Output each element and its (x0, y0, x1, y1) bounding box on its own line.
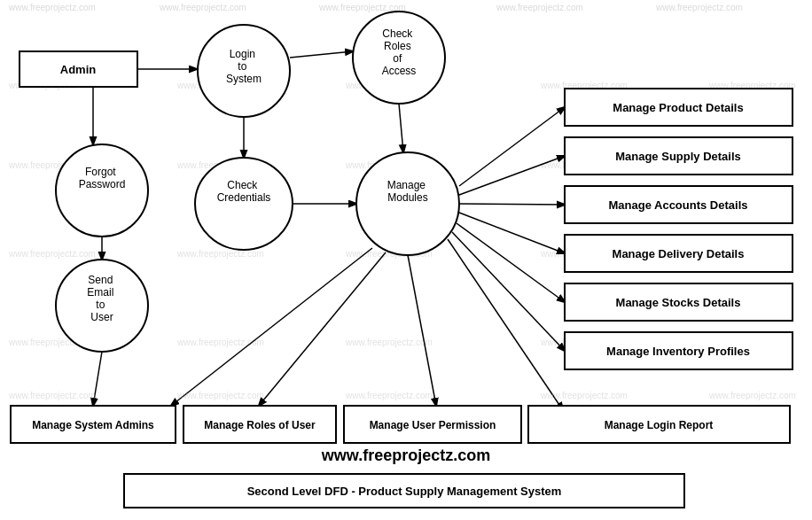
manage-system-admins-label: Manage System Admins (32, 419, 154, 431)
svg-text:www.freeprojectz.com: www.freeprojectz.com (159, 3, 246, 12)
admin-label: Admin (60, 63, 97, 76)
manage-login-report-label: Manage Login Report (605, 419, 714, 431)
svg-text:www.freeprojectz.com: www.freeprojectz.com (176, 391, 264, 400)
manage-stocks-label: Manage Stocks Details (616, 296, 741, 309)
manage-user-perm-label: Manage User Permission (370, 419, 496, 431)
svg-text:www.freeprojectz.com: www.freeprojectz.com (708, 391, 796, 400)
manage-supply-label: Manage Supply Details (615, 150, 741, 163)
svg-text:www.freeprojectz.com: www.freeprojectz.com (655, 3, 743, 12)
manage-product-label: Manage Product Details (613, 101, 743, 114)
svg-text:www.freeprojectz.com: www.freeprojectz.com (345, 391, 433, 400)
manage-roles-label: Manage Roles of User (204, 419, 316, 431)
svg-text:www.freeprojectz.com: www.freeprojectz.com (176, 249, 264, 259)
svg-text:www.freeprojectz.com: www.freeprojectz.com (8, 249, 96, 259)
footer-title: Second Level DFD - Product Supply Manage… (247, 485, 562, 498)
manage-modules-label: Manage Modules (387, 179, 429, 204)
svg-text:www.freeprojectz.com: www.freeprojectz.com (318, 3, 406, 12)
manage-accounts-label: Manage Accounts Details (608, 198, 747, 212)
svg-line-37 (459, 204, 565, 205)
svg-text:www.freeprojectz.com: www.freeprojectz.com (496, 3, 583, 12)
diagram-container: www.freeprojectz.com www.freeprojectz.co… (0, 0, 812, 520)
svg-text:www.freeprojectz.com: www.freeprojectz.com (345, 338, 433, 347)
manage-modules-node (356, 152, 459, 255)
svg-text:www.freeprojectz.com: www.freeprojectz.com (8, 3, 96, 12)
check-credentials-node (195, 158, 293, 250)
svg-text:www.freeprojectz.com: www.freeprojectz.com (8, 391, 96, 400)
website-label: www.freeprojectz.com (321, 446, 490, 464)
svg-text:www.freeprojectz.com: www.freeprojectz.com (540, 391, 628, 400)
manage-inventory-label: Manage Inventory Profiles (606, 345, 750, 358)
manage-delivery-label: Manage Delivery Details (613, 247, 745, 260)
forgot-password-node (56, 144, 148, 237)
forgot-password-label: Forgot Password (79, 166, 126, 190)
